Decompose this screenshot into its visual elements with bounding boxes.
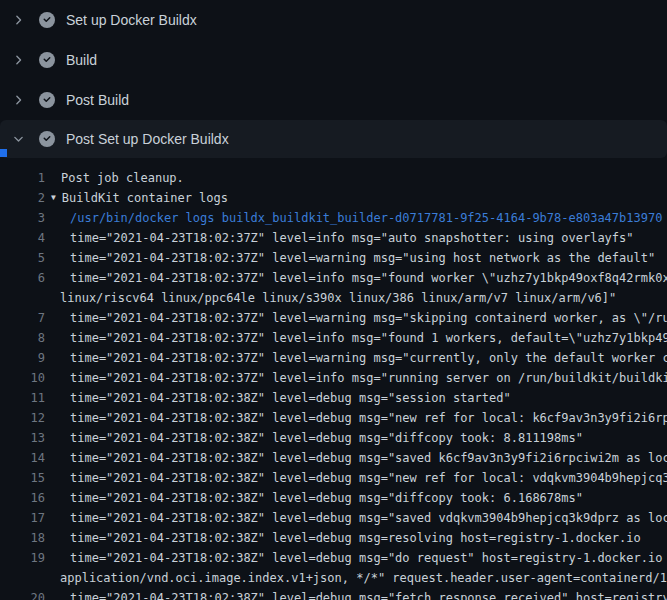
line-number[interactable]: 20 [0,588,45,600]
log-line-text: time="2021-04-23T18:02:37Z" level=info m… [45,268,667,288]
log-line-text: time="2021-04-23T18:02:38Z" level=debug … [45,468,667,488]
log-line-text: linux/riscv64 linux/ppc64le linux/s390x … [45,288,667,308]
log-line-text: time="2021-04-23T18:02:38Z" level=debug … [45,508,667,528]
chevron-right-icon [12,92,25,108]
log-row: 10time="2021-04-23T18:02:37Z" level=info… [0,368,667,388]
log-panel: 1Post job cleanup.2▼BuildKit container l… [0,158,667,600]
log-row: 4time="2021-04-23T18:02:37Z" level=info … [0,228,667,248]
step-header-build[interactable]: Build [0,40,667,80]
log-row: 8time="2021-04-23T18:02:37Z" level=info … [0,328,667,348]
log-row: 13time="2021-04-23T18:02:38Z" level=debu… [0,428,667,448]
line-number[interactable]: 2 [0,188,45,208]
log-row: 19time="2021-04-23T18:02:38Z" level=debu… [0,548,667,568]
log-row: 14time="2021-04-23T18:02:38Z" level=debu… [0,448,667,468]
line-number[interactable]: 6 [0,268,45,288]
log-row: 5time="2021-04-23T18:02:37Z" level=warni… [0,248,667,268]
log-row: 12time="2021-04-23T18:02:38Z" level=debu… [0,408,667,428]
log-line-text: time="2021-04-23T18:02:38Z" level=debug … [45,408,667,428]
line-number[interactable]: 10 [0,368,45,388]
log-line-text: time="2021-04-23T18:02:38Z" level=debug … [45,588,667,600]
log-line-text: time="2021-04-23T18:02:37Z" level=warnin… [45,348,667,368]
log-row: 3/usr/bin/docker logs buildx_buildkit_bu… [0,208,667,228]
log-line-text: time="2021-04-23T18:02:37Z" level=info m… [45,328,667,348]
log-line-text: time="2021-04-23T18:02:37Z" level=warnin… [45,248,667,268]
log-line-text: time="2021-04-23T18:02:37Z" level=info m… [45,368,667,388]
line-number[interactable]: 1 [0,168,45,188]
line-number[interactable]: 18 [0,528,45,548]
log-row: 11time="2021-04-23T18:02:38Z" level=debu… [0,388,667,408]
line-number[interactable]: 4 [0,228,45,248]
log-line-text: time="2021-04-23T18:02:38Z" level=debug … [45,528,667,548]
log-row: 17time="2021-04-23T18:02:38Z" level=debu… [0,508,667,528]
log-line-text: time="2021-04-23T18:02:38Z" level=debug … [45,548,667,568]
log-row: 6time="2021-04-23T18:02:37Z" level=info … [0,268,667,288]
step-header-post-build[interactable]: Post Build [0,80,667,120]
chevron-right-icon [12,12,25,28]
chevron-right-icon [12,52,25,68]
check-circle-icon [39,52,55,68]
log-line-text: time="2021-04-23T18:02:38Z" level=debug … [45,488,667,508]
line-number[interactable]: 19 [0,548,45,568]
line-number[interactable]: 11 [0,388,45,408]
line-number[interactable]: 5 [0,248,45,268]
step-title: Post Set up Docker Buildx [66,131,229,147]
step-title: Set up Docker Buildx [66,12,197,28]
step-header-post-set-up-docker-buildx[interactable]: Post Set up Docker Buildx [0,120,667,158]
check-circle-icon [39,131,55,147]
actions-log-viewer: Set up Docker BuildxBuildPost BuildPost … [0,0,667,600]
line-number [0,568,45,588]
line-number[interactable]: 12 [0,408,45,428]
log-row: application/vnd.oci.image.index.v1+json,… [0,568,667,588]
log-row: 1Post job cleanup. [0,168,667,188]
check-circle-icon [39,12,55,28]
log-line-text: time="2021-04-23T18:02:38Z" level=debug … [45,448,667,468]
log-row: 20time="2021-04-23T18:02:38Z" level=debu… [0,588,667,600]
line-number[interactable]: 13 [0,428,45,448]
line-number[interactable]: 3 [0,208,45,228]
line-number[interactable]: 14 [0,448,45,468]
log-line-text: time="2021-04-23T18:02:38Z" level=debug … [45,388,667,408]
line-number[interactable]: 7 [0,308,45,328]
log-line-text: application/vnd.oci.image.index.v1+json,… [45,568,667,588]
step-title: Post Build [66,92,129,108]
log-row: 18time="2021-04-23T18:02:38Z" level=debu… [0,528,667,548]
log-line-text: time="2021-04-23T18:02:38Z" level=debug … [45,428,667,448]
log-command-line: /usr/bin/docker logs buildx_buildkit_bui… [45,208,667,228]
chevron-down-icon [12,131,25,147]
group-collapse-caret-icon[interactable]: ▼ [51,188,56,208]
log-row: 2▼BuildKit container logs [0,188,667,208]
log-row: 9time="2021-04-23T18:02:37Z" level=warni… [0,348,667,368]
log-group-header[interactable]: ▼BuildKit container logs [45,188,667,208]
log-line-text: time="2021-04-23T18:02:37Z" level=warnin… [45,308,667,328]
log-group-title: BuildKit container logs [62,188,228,208]
log-row: 16time="2021-04-23T18:02:38Z" level=debu… [0,488,667,508]
log-row: 15time="2021-04-23T18:02:38Z" level=debu… [0,468,667,488]
line-number[interactable]: 8 [0,328,45,348]
step-title: Build [66,52,97,68]
check-circle-icon [39,92,55,108]
line-number[interactable]: 17 [0,508,45,528]
step-list: Set up Docker BuildxBuildPost BuildPost … [0,0,667,158]
log-line-text: time="2021-04-23T18:02:37Z" level=info m… [45,228,667,248]
line-number[interactable]: 16 [0,488,45,508]
log-row: 7time="2021-04-23T18:02:37Z" level=warni… [0,308,667,328]
line-number[interactable]: 15 [0,468,45,488]
log-row: linux/riscv64 linux/ppc64le linux/s390x … [0,288,667,308]
step-header-set-up-docker-buildx[interactable]: Set up Docker Buildx [0,0,667,40]
focus-indicator [0,149,7,157]
line-number [0,288,45,308]
log-line-text: Post job cleanup. [45,168,667,188]
line-number[interactable]: 9 [0,348,45,368]
